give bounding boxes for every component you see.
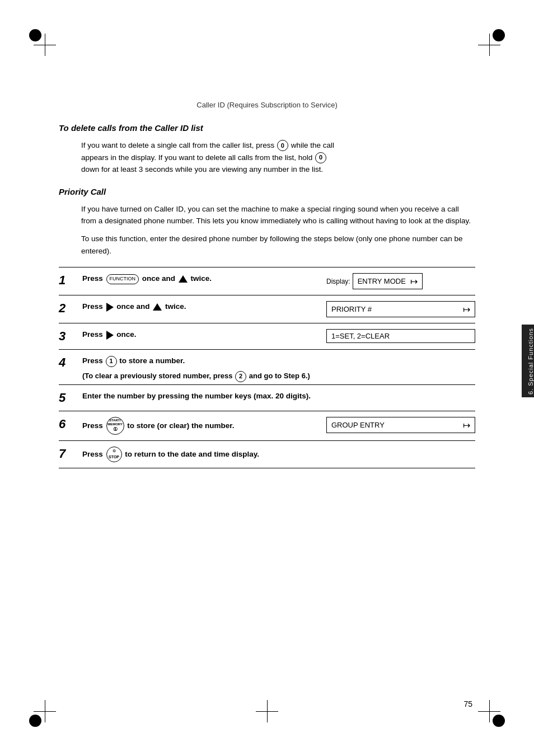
function-button-step1: FUNCTION xyxy=(106,274,139,284)
step-7-content: Press ⊙ STOP to return to the date and t… xyxy=(80,440,475,468)
step-3-content: Press once. xyxy=(80,323,322,350)
step2-text-before: Press xyxy=(82,302,105,311)
page-number: 75 xyxy=(463,699,472,708)
right-arrow-step3 xyxy=(106,331,114,340)
display-text-2: PRIORITY # xyxy=(331,305,372,313)
sub-note-after: and go to Step 6.) xyxy=(249,372,310,380)
priority-intro1: If you have turned on Caller ID, you can… xyxy=(81,203,475,227)
step2-text-after: twice. xyxy=(165,302,186,311)
step-num-2: 2 xyxy=(59,295,80,323)
right-tab-inner: 6. Special Functions xyxy=(527,327,534,394)
sub-note-before: (To clear a previously stored number, pr… xyxy=(82,372,235,380)
delete-section: To delete calls from the Caller ID list … xyxy=(59,123,475,176)
display-box-3: 1=SET, 2=CLEAR xyxy=(326,329,475,343)
header-text: Caller ID (Requires Subscription to Serv… xyxy=(196,101,337,109)
step-num-5: 5 xyxy=(59,384,80,411)
step-5-content: Enter the number by pressing the number … xyxy=(80,384,475,411)
right-tab-text: 6. Special Functions xyxy=(527,327,534,394)
step-3-display: 1=SET, 2=CLEAR xyxy=(322,323,475,350)
step4-main: Press 1 to store a number. xyxy=(82,355,471,367)
start-memory-button: START/ MEMORY ① xyxy=(106,417,124,435)
key-2-step4: 2 xyxy=(235,371,246,382)
up-arrow-step2 xyxy=(153,303,162,311)
step-row-1: 1 Press FUNCTION once and twice. Display… xyxy=(59,267,475,295)
key-1-step4: 1 xyxy=(106,356,117,367)
corner-circle-br xyxy=(493,715,505,727)
key-0-first: 0 xyxy=(277,140,288,151)
step-1-display: Display: ENTRY MODE ↦ xyxy=(322,267,475,295)
step-num-3: 3 xyxy=(59,323,80,350)
step6-text-before: Press xyxy=(82,421,105,429)
delete-section-title: To delete calls from the Caller ID list xyxy=(59,123,475,133)
priority-section: Priority Call If you have turned on Call… xyxy=(59,187,475,257)
step3-text-before: Press xyxy=(82,330,105,339)
display-arrow-2: ↦ xyxy=(463,304,470,314)
step6-text-after: to store (or clear) the number. xyxy=(127,421,234,429)
step-row-6: 6 Press START/ MEMORY ① to store (or cle… xyxy=(59,411,475,440)
step-num-1: 1 xyxy=(59,267,80,295)
display-box-6: GROUP ENTRY ↦ xyxy=(326,417,475,433)
step1-text-after: twice. xyxy=(191,274,212,283)
display-box-1: ENTRY MODE ↦ xyxy=(353,273,423,289)
step-row-5: 5 Enter the number by pressing the numbe… xyxy=(59,384,475,411)
corner-circle-tr xyxy=(493,29,505,41)
delete-text-1: If you want to delete a single call from… xyxy=(81,141,277,149)
corner-circle-bl xyxy=(29,715,41,727)
step-2-display: PRIORITY # ↦ xyxy=(322,295,475,323)
priority-title: Priority Call xyxy=(59,187,475,196)
step-2-content: Press once and twice. xyxy=(80,295,322,323)
key-0-second: 0 xyxy=(315,152,326,163)
display-label-1: Display: xyxy=(326,278,350,285)
step-6-content: Press START/ MEMORY ① to store (or clear… xyxy=(80,411,322,440)
display-arrow-6: ↦ xyxy=(463,420,470,430)
bottom-center-mark xyxy=(256,700,278,722)
step-row-7: 7 Press ⊙ STOP to return to the date and… xyxy=(59,440,475,468)
step5-text: Enter the number by pressing the number … xyxy=(82,392,311,400)
display-text-1: ENTRY MODE xyxy=(358,277,406,285)
step-6-display: GROUP ENTRY ↦ xyxy=(322,411,475,440)
step-num-4: 4 xyxy=(59,350,80,384)
delete-text-3: down for at least 3 seconds while you ar… xyxy=(81,165,323,173)
step4-text-before: Press xyxy=(82,356,105,365)
delete-paragraph: If you want to delete a single call from… xyxy=(81,139,475,176)
display-text-3: 1=SET, 2=CLEAR xyxy=(331,332,390,340)
step4-sub-note: (To clear a previously stored number, pr… xyxy=(82,370,471,382)
steps-table: 1 Press FUNCTION once and twice. Display… xyxy=(59,267,475,468)
step-row-2: 2 Press once and twice. PRIORITY # ↦ xyxy=(59,295,475,323)
step7-text-after: to return to the date and time display. xyxy=(125,449,259,458)
step3-text-after: once. xyxy=(116,330,136,339)
step1-text-mid: once and xyxy=(142,274,177,283)
step-num-6: 6 xyxy=(59,411,80,440)
step7-text-before: Press xyxy=(82,449,105,458)
up-arrow-step1 xyxy=(179,275,188,283)
step-num-7: 7 xyxy=(59,440,80,468)
display-box-2: PRIORITY # ↦ xyxy=(326,301,475,317)
right-arrow-step2 xyxy=(106,303,114,312)
step2-text-mid: once and xyxy=(116,302,152,311)
display-text-6: GROUP ENTRY xyxy=(331,421,385,429)
page-header: Caller ID (Requires Subscription to Serv… xyxy=(0,101,534,109)
right-tab: 6. Special Functions xyxy=(522,325,534,397)
step-4-content: Press 1 to store a number. (To clear a p… xyxy=(80,350,475,384)
step-1-content: Press FUNCTION once and twice. xyxy=(80,267,322,295)
step-row-4: 4 Press 1 to store a number. (To clear a… xyxy=(59,350,475,384)
priority-intro2: To use this function, enter the desired … xyxy=(81,233,475,257)
step-row-3: 3 Press once. 1=SET, 2=CLEAR xyxy=(59,323,475,350)
corner-circle-tl xyxy=(29,29,41,41)
display-arrow-1: ↦ xyxy=(410,276,418,287)
step1-text-before: Press xyxy=(82,274,105,283)
stop-button: ⊙ STOP xyxy=(106,447,122,462)
step4-text-after: to store a number. xyxy=(119,356,185,365)
main-content: To delete calls from the Caller ID list … xyxy=(59,123,475,689)
